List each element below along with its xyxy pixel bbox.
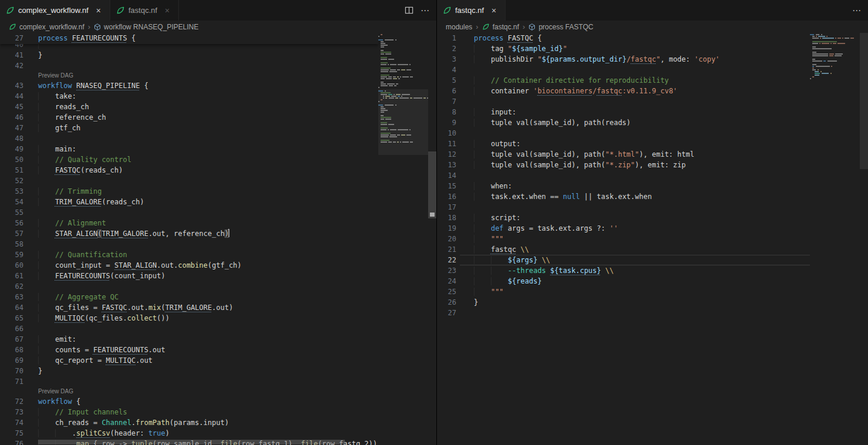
line-number[interactable]: 45	[0, 102, 27, 112]
line-number[interactable]: 43	[0, 80, 27, 91]
close-icon[interactable]: ×	[162, 6, 172, 15]
code-line[interactable]: 19 def args = task.ext.args ?: ''	[437, 223, 810, 234]
code-line[interactable]: 51 FASTQC(reads_ch)	[0, 165, 378, 176]
line-number[interactable]: 49	[0, 144, 27, 154]
code-line[interactable]: 9 tuple val(sample_id), path(reads)	[437, 117, 810, 128]
line-number[interactable]: 8	[437, 107, 460, 117]
code-line[interactable]: 27	[437, 308, 810, 318]
code-line[interactable]: 54 TRIM_GALORE(reads_ch)	[0, 197, 378, 207]
line-number[interactable]: 9	[437, 117, 460, 128]
code-line[interactable]: 18 script:	[437, 213, 810, 223]
line-number[interactable]: 18	[437, 213, 460, 223]
line-number[interactable]: 21	[437, 244, 460, 255]
code-line[interactable]: 52	[0, 176, 378, 186]
line-number[interactable]: 63	[0, 292, 27, 302]
code-line[interactable]: 14	[437, 170, 810, 181]
tab-fastqc-right[interactable]: fastqc.nf ×	[437, 0, 506, 21]
scrollbar-thumb[interactable]	[38, 440, 345, 444]
code-line[interactable]: 60 count_input = STAR_ALIGN.out.combine(…	[0, 260, 378, 271]
code-line[interactable]: 5 // Container directive for reproducibi…	[437, 75, 810, 86]
codelens-preview-dag[interactable]: Preview DAG	[38, 72, 73, 79]
line-number[interactable]: 20	[437, 234, 460, 244]
code-line[interactable]: 2 tag "${sample_id}"	[437, 43, 810, 54]
code-line[interactable]: 71	[0, 376, 378, 387]
code-line[interactable]: 7	[437, 96, 810, 107]
line-number[interactable]: 57	[0, 228, 27, 239]
tab-fastqc-left[interactable]: fastqc.nf ×	[110, 0, 179, 21]
line-number[interactable]: 59	[0, 250, 27, 260]
code-line[interactable]: 64 qc_files = FASTQC.out.mix(TRIM_GALORE…	[0, 302, 378, 313]
code-line[interactable]: 61 FEATURECOUNTS(count_input)	[0, 271, 378, 281]
line-number[interactable]: 53	[0, 186, 27, 197]
minimap[interactable]	[810, 33, 860, 445]
line-number[interactable]: 60	[0, 260, 27, 271]
close-icon[interactable]: ×	[93, 6, 104, 15]
code-line[interactable]: 24 ${reads}	[437, 276, 810, 286]
code-line[interactable]: 20 """	[437, 234, 810, 244]
close-icon[interactable]: ×	[489, 6, 499, 15]
code-line[interactable]: 62	[0, 281, 378, 292]
line-number[interactable]: 4	[437, 65, 460, 75]
breadcrumb-item-symbol[interactable]: process FASTQC	[538, 23, 593, 31]
line-number[interactable]: 76	[0, 439, 27, 445]
line-number[interactable]: 10	[437, 128, 460, 139]
line-number[interactable]: 69	[0, 355, 27, 366]
code-line[interactable]: 58	[0, 239, 378, 250]
code-line[interactable]: 27process FEATURECOUNTS {	[0, 33, 378, 44]
code-line[interactable]: 42	[0, 60, 378, 71]
code-line[interactable]: 46 reference_ch	[0, 112, 378, 123]
code-line[interactable]: 23 --threads ${task.cpus} \\	[437, 265, 810, 276]
line-number[interactable]: 22	[437, 255, 460, 265]
code-line[interactable]: 74 ch_reads = Channel.fromPath(params.in…	[0, 417, 378, 428]
tab-complex-workflow[interactable]: complex_workflow.nf ×	[0, 0, 110, 21]
code-line[interactable]: 57 STAR_ALIGN(TRIM_GALORE.out, reference…	[0, 228, 378, 239]
line-number[interactable]: 68	[0, 345, 27, 355]
line-number[interactable]: 27	[437, 308, 460, 318]
line-number[interactable]: 24	[437, 276, 460, 286]
code-line[interactable]: 44 take:	[0, 91, 378, 102]
line-number[interactable]: 72	[0, 396, 27, 407]
line-number[interactable]	[0, 71, 27, 80]
code-line[interactable]: 59 // Quantification	[0, 250, 378, 260]
line-number[interactable]: 58	[0, 239, 27, 250]
more-actions-icon[interactable]: ⋯	[852, 5, 861, 16]
code-line[interactable]: 69 qc_report = MULTIQC.out	[0, 355, 378, 366]
line-number[interactable]: 42	[0, 60, 27, 71]
line-number[interactable]: 16	[437, 191, 460, 202]
line-number[interactable]: 11	[437, 139, 460, 149]
code-line[interactable]: 11 output:	[437, 139, 810, 149]
line-number[interactable]: 26	[437, 297, 460, 308]
line-number[interactable]: 64	[0, 302, 27, 313]
split-editor-icon[interactable]	[405, 6, 413, 15]
line-number[interactable]: 23	[437, 265, 460, 276]
breadcrumb-item-file[interactable]: fastqc.nf	[493, 23, 519, 31]
code-line[interactable]: 22 ${args} \\	[437, 255, 810, 265]
more-actions-icon[interactable]: ⋯	[421, 5, 429, 16]
code-line[interactable]: 50 // Quality control	[0, 154, 378, 165]
code-line[interactable]: 21 fastqc \\	[437, 244, 810, 255]
code-line[interactable]: 3 publishDir "${params.output_dir}/fastq…	[437, 54, 810, 65]
line-number[interactable]: 12	[437, 149, 460, 160]
code-line[interactable]: 4	[437, 65, 810, 75]
line-number[interactable]: 48	[0, 133, 27, 144]
line-number[interactable]: 61	[0, 271, 27, 281]
line-number[interactable]	[0, 387, 27, 396]
vertical-scrollbar[interactable]	[860, 33, 868, 445]
code-line[interactable]: 63 // Aggregate QC	[0, 292, 378, 302]
code-line[interactable]: 15 when:	[437, 181, 810, 191]
code-line[interactable]: 48	[0, 133, 378, 144]
line-number[interactable]: 66	[0, 323, 27, 334]
line-number[interactable]: 75	[0, 428, 27, 439]
scrollbar-thumb[interactable]	[860, 33, 868, 169]
line-number[interactable]: 46	[0, 112, 27, 123]
line-number[interactable]: 73	[0, 407, 27, 417]
code-line[interactable]: 25 """	[437, 286, 810, 297]
line-number[interactable]: 15	[437, 181, 460, 191]
line-number[interactable]: 19	[437, 223, 460, 234]
code-line[interactable]: 1process FASTQC {	[437, 33, 810, 43]
code-line[interactable]: 56 // Alignment	[0, 218, 378, 228]
code-line[interactable]: 65 MULTIQC(qc_files.collect())	[0, 313, 378, 323]
code-line[interactable]: 66	[0, 323, 378, 334]
line-number[interactable]: 56	[0, 218, 27, 228]
code-line[interactable]: 26}	[437, 297, 810, 308]
